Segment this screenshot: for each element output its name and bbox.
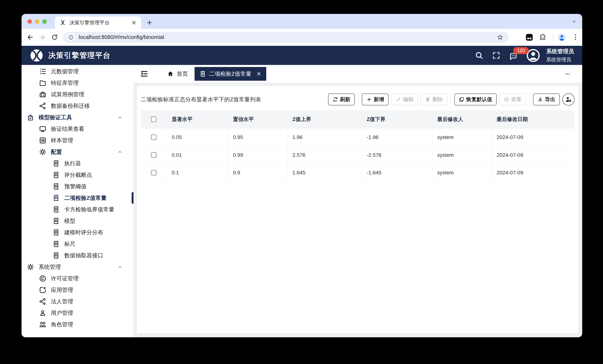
toolbar-separator [529,94,530,105]
share-icon [39,298,46,305]
chevron-up-icon[interactable] [117,264,123,270]
receipt-icon [52,206,60,213]
list-square-icon [39,137,46,144]
export-button[interactable]: 导出 [533,93,560,105]
back-button[interactable] [26,34,34,41]
fullscreen-icon[interactable] [492,51,500,60]
extension-icon[interactable] [525,33,533,42]
user-name: 系统管理员 [546,48,574,55]
svg-text:2: 2 [40,70,41,73]
table-cell: system [432,164,492,182]
toolbar-separator [358,94,359,105]
sidebar-item[interactable]: 模型验证工具 [22,112,133,123]
browser-menu-icon[interactable] [571,33,580,41]
sidebar-item-label: 配置 [51,148,62,156]
add-button[interactable]: 新增 [362,93,389,105]
tab-close-icon[interactable] [256,71,261,76]
search-icon[interactable] [475,51,483,60]
reload-button[interactable] [51,34,58,41]
sidebar-item[interactable]: 许可证管理 [22,273,133,284]
sidebar-item[interactable]: 预警阈值 [22,181,133,192]
view-button[interactable]: 查看 [499,93,526,105]
page-tab-bar: 首页 二项检验Z值常量 [134,65,582,83]
sidebar-item[interactable]: 二项检验Z值常量 [22,192,133,204]
plus-icon [366,97,372,102]
receipt-icon [52,252,60,259]
home-tab[interactable]: 首页 [167,70,188,78]
browser-tab[interactable]: 决策引擎管理平台 [55,16,141,29]
browser-profile-avatar[interactable] [557,33,566,42]
header-checkbox-cell [141,110,167,128]
bookmark-star-icon[interactable] [497,34,503,41]
active-page-tab[interactable]: 二项检验Z值常量 [195,67,266,81]
user-info[interactable]: 系统管理员 系统管理员 [546,48,574,63]
tab-search-icon[interactable] [571,19,577,24]
app-title: 决策引擎管理平台 [48,50,111,60]
sidebar-item[interactable]: 系统管理 [22,261,133,273]
select-all-checkbox[interactable] [151,116,157,122]
app-alert-icon [39,286,46,294]
sidebar-item[interactable]: 样本管理 [22,135,133,146]
row-checkbox[interactable] [151,135,157,140]
copyright-icon [39,275,46,282]
row-checkbox[interactable] [151,152,157,158]
minimize-window-button[interactable] [35,19,39,24]
sidebar-item-label: 许可证管理 [51,275,79,282]
user-role: 系统管理员 [546,57,574,63]
ordered-list-icon: 123 [39,68,46,75]
sidebar: 123元数据管理特征库管理试算用例管理数据备份和迁移模型验证工具验证结果查看样本… [22,65,134,337]
forward-button[interactable] [39,34,46,41]
restore-defaults-button[interactable]: 恢复默认值 [454,93,497,105]
button-label: 新增 [374,96,384,103]
sidebar-item[interactable]: 123元数据管理 [22,66,133,77]
user-settings-button[interactable] [562,93,575,106]
sidebar-item[interactable]: 配置 [22,146,133,158]
new-tab-button[interactable] [146,20,153,26]
sidebar-item[interactable]: 角色管理 [22,319,133,330]
sidebar-item[interactable]: 建模时评分分布 [22,227,133,238]
table-cell: system [432,128,492,146]
refresh-button[interactable]: 刷新 [328,93,355,105]
site-info-chip[interactable] [67,33,75,41]
zoom-window-button[interactable] [42,19,47,24]
delete-button[interactable]: 删除 [420,93,447,105]
column-header: Z值下界 [362,110,432,128]
table-cell: 0.99 [228,146,287,164]
url-text[interactable]: localhost:8080/#/mv/config/binomial [79,34,493,40]
sidebar-item[interactable]: 模型 [22,215,133,227]
table-row[interactable]: 0.010.992.576-2.576system2024-07-09 [141,146,575,164]
sidebar-item[interactable]: 用户管理 [22,307,133,319]
row-checkbox[interactable] [151,170,157,175]
column-header: 置信水平 [228,110,287,128]
edit-button[interactable]: 编辑 [391,93,418,105]
sidebar-item[interactable]: 卡方检验临界值常量 [22,204,133,215]
tab-close-icon[interactable] [131,20,137,25]
close-window-button[interactable] [27,19,32,24]
sidebar-item[interactable]: 数据抽取器接口 [22,250,133,261]
list-title: 二项检验标准正态分布显著水平下的Z值常量列表 [141,96,261,103]
address-bar[interactable]: localhost:8080/#/mv/config/binomial [63,32,509,43]
table-cell: 1.645 [287,164,362,182]
tab-options-icon[interactable] [563,71,572,77]
sidebar-item[interactable]: 标尺 [22,238,133,250]
sidebar-item[interactable]: 特征库管理 [22,77,133,89]
sidebar-item[interactable]: 试算用例管理 [22,89,133,100]
table-row[interactable]: 0.10.91.645-1.645system2024-07-09 [141,164,575,182]
sidebar-item[interactable]: 验证结果查看 [22,123,133,135]
active-item-indicator [132,192,133,204]
column-header: 最后修改人 [432,110,492,128]
restore-icon [459,97,464,102]
table-row[interactable]: 0.050.951.96-1.96system2024-07-09 [141,128,575,146]
sidebar-item[interactable]: 法人管理 [22,296,133,307]
chevron-up-icon[interactable] [117,149,123,155]
sidebar-item[interactable]: 数据备份和迁移 [22,100,133,112]
sidebar-fold-icon[interactable] [140,69,149,78]
gear-icon [39,148,46,156]
chevron-up-icon[interactable] [117,115,123,120]
table-cell: 2024-07-09 [492,128,575,146]
sidebar-item[interactable]: 执行器 [22,158,133,169]
sidebar-item[interactable]: 评分截断点 [22,169,133,181]
sidebar-item[interactable]: 应用管理 [22,284,133,296]
extensions-menu-icon[interactable] [539,34,546,41]
messages-button[interactable]: 120 [509,51,518,60]
